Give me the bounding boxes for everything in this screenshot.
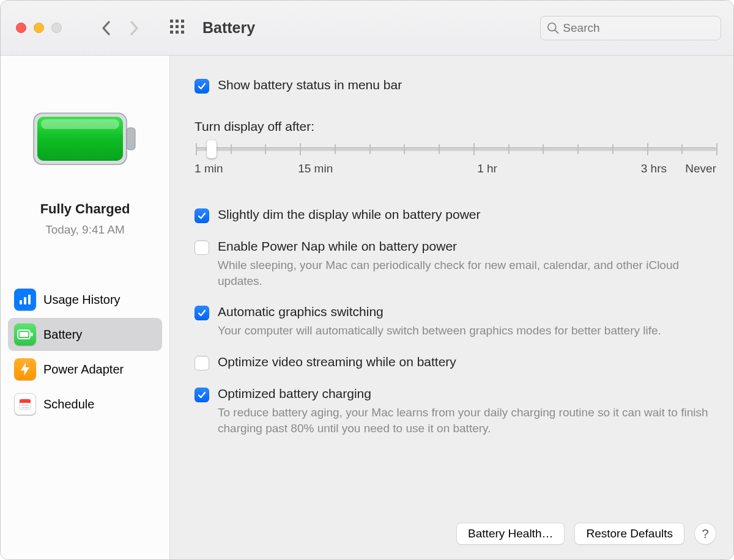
svg-rect-14	[41, 119, 119, 129]
sidebar-item-schedule[interactable]: Schedule	[8, 388, 162, 421]
battery-status-title: Fully Charged	[8, 201, 162, 217]
graphics-switching-checkbox[interactable]	[195, 306, 209, 320]
power-nap-label: Enable Power Nap while on battery power	[218, 239, 716, 254]
bolt-icon	[14, 358, 36, 380]
chart-bar-icon	[14, 289, 36, 311]
show-all-button[interactable]	[169, 19, 185, 37]
help-button[interactable]: ?	[694, 523, 716, 545]
svg-rect-19	[20, 332, 28, 337]
optimized-charging-desc: To reduce battery aging, your Mac learns…	[218, 405, 716, 436]
restore-defaults-button[interactable]: Restore Defaults	[574, 523, 684, 545]
optimized-charging-label: Optimized battery charging	[218, 386, 716, 401]
svg-rect-0	[170, 20, 173, 23]
battery-icon	[14, 323, 36, 345]
battery-health-button[interactable]: Battery Health…	[456, 523, 565, 545]
battery-status-subtitle: Today, 9:41 AM	[8, 223, 162, 237]
sidebar-item-power-adapter[interactable]: Power Adapter	[8, 353, 162, 386]
toolbar: Battery	[1, 1, 733, 56]
power-nap-checkbox[interactable]	[195, 240, 209, 255]
svg-line-10	[555, 30, 558, 33]
show-battery-status-checkbox[interactable]	[195, 79, 209, 94]
svg-rect-4	[176, 25, 179, 28]
svg-rect-6	[170, 31, 173, 34]
power-nap-desc: While sleeping, your Mac can periodicall…	[218, 257, 716, 289]
display-off-label: Turn display off after:	[195, 119, 716, 134]
svg-rect-7	[176, 31, 179, 34]
sidebar: Fully Charged Today, 9:41 AM Usage Histo…	[1, 56, 170, 559]
svg-rect-23	[20, 402, 31, 403]
svg-rect-15	[20, 300, 22, 304]
display-off-slider[interactable]: 1 min 15 min 1 hr 3 hrs Never	[196, 147, 716, 179]
sidebar-item-battery[interactable]: Battery	[8, 318, 162, 351]
optimize-video-label: Optimize video streaming while on batter…	[218, 355, 456, 369]
svg-rect-1	[176, 20, 179, 23]
svg-rect-20	[31, 333, 33, 336]
search-input[interactable]	[559, 21, 714, 35]
sidebar-item-label: Battery	[43, 328, 82, 342]
svg-rect-2	[181, 20, 184, 23]
dim-display-checkbox[interactable]	[195, 208, 209, 223]
sidebar-item-usage-history[interactable]: Usage History	[8, 283, 162, 316]
sidebar-item-label: Power Adapter	[43, 363, 124, 377]
calendar-icon	[14, 393, 36, 415]
search-field[interactable]	[540, 16, 721, 40]
sidebar-item-label: Usage History	[43, 293, 120, 307]
show-battery-status-label: Show battery status in menu bar	[218, 78, 402, 92]
close-window-button[interactable]	[16, 23, 26, 33]
sidebar-nav: Usage History Battery Power Adapter	[8, 283, 162, 421]
zoom-window-button[interactable]	[51, 23, 62, 33]
graphics-switching-label: Automatic graphics switching	[218, 304, 661, 319]
forward-button[interactable]	[125, 17, 143, 39]
slider-tick-labels: 1 min 15 min 1 hr 3 hrs Never	[196, 162, 716, 179]
slider-thumb[interactable]	[207, 140, 217, 158]
search-icon	[547, 21, 559, 35]
preferences-window: Battery	[0, 0, 734, 560]
svg-rect-5	[181, 25, 184, 28]
minimize-window-button[interactable]	[34, 23, 44, 33]
back-button[interactable]	[97, 17, 114, 39]
svg-rect-8	[181, 31, 184, 34]
svg-rect-3	[170, 25, 173, 28]
svg-rect-13	[127, 128, 135, 150]
optimized-charging-checkbox[interactable]	[195, 388, 209, 402]
sidebar-item-label: Schedule	[43, 397, 94, 411]
svg-rect-17	[28, 295, 31, 304]
optimize-video-checkbox[interactable]	[195, 356, 209, 370]
content-pane: Show battery status in menu bar Turn dis…	[170, 56, 733, 559]
graphics-switching-desc: Your computer will automatically switch …	[218, 323, 661, 339]
svg-rect-16	[24, 297, 26, 304]
window-controls	[16, 23, 62, 33]
battery-illustration	[8, 109, 162, 168]
page-title: Battery	[202, 19, 255, 37]
footer: Battery Health… Restore Defaults ?	[195, 510, 716, 545]
dim-display-label: Slightly dim the display while on batter…	[218, 207, 481, 222]
